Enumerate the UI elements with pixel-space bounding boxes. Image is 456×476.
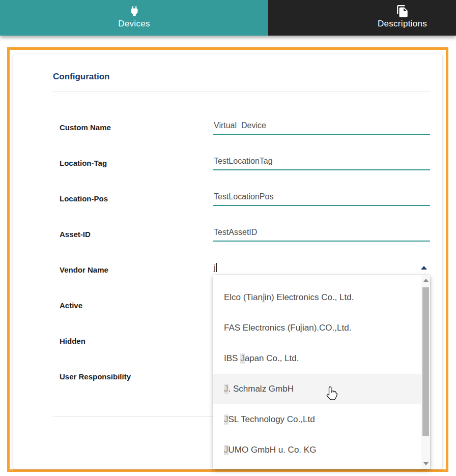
tab-descriptions[interactable]: Descriptions	[268, 0, 456, 36]
custom-name-label: Custom Name	[60, 123, 111, 132]
custom-name-input[interactable]: Virtual Device	[213, 113, 430, 135]
asset-id-value: TestAssetID	[214, 228, 257, 237]
active-label: Active	[60, 301, 82, 310]
asset-id-input[interactable]: TestAssetID	[213, 220, 430, 242]
vendor-name-input[interactable]: j	[213, 256, 430, 277]
form-row-asset-id: Asset-ID TestAssetID	[60, 216, 430, 252]
app-window: Devices Descriptions Configuration Custo…	[0, 0, 456, 476]
scroll-up-button[interactable]	[421, 275, 430, 285]
custom-name-value: Virtual Device	[214, 121, 266, 130]
copy-icon	[396, 5, 409, 18]
form-row-location-pos: Location-Pos TestLocationPos	[60, 181, 430, 216]
location-tag-value: TestLocationTag	[214, 157, 273, 166]
form-row-location-tag: Location-Tag TestLocationTag	[60, 145, 430, 181]
location-pos-input[interactable]: TestLocationPos	[213, 185, 430, 206]
dropdown-scrollbar[interactable]	[421, 275, 430, 469]
dropdown-option[interactable]: IBS Japan Co., Ltd.	[213, 343, 421, 374]
dropdown-option[interactable]: JUMO GmbH u. Co. KG	[213, 435, 421, 465]
triangle-up-icon	[423, 279, 429, 282]
page-title: Configuration	[53, 72, 109, 82]
match-highlight: J	[224, 384, 229, 394]
dropdown-option-hovered[interactable]: J. Schmalz GmbH	[213, 374, 421, 404]
text-caret	[216, 263, 217, 272]
dropdown-option[interactable]: JSL Technology Co.,Ltd	[213, 404, 421, 435]
tab-devices[interactable]: Devices	[0, 0, 268, 36]
dropdown-option[interactable]: Elco (Tianjin) Electronics Co., Ltd.	[213, 282, 421, 313]
user-responsibility-label: User Responsibility	[60, 372, 131, 381]
hidden-label: Hidden	[60, 337, 86, 345]
match-highlight: J	[224, 414, 229, 425]
divider	[53, 92, 430, 92]
location-tag-input[interactable]: TestLocationTag	[213, 149, 430, 170]
tab-bar: Devices Descriptions	[0, 0, 456, 36]
match-highlight: J	[240, 353, 245, 364]
form-row-custom-name: Custom Name Virtual Device	[60, 109, 430, 145]
location-pos-label: Location-Pos	[60, 194, 108, 203]
vendor-name-value: j	[214, 263, 217, 273]
location-tag-label: Location-Tag	[60, 159, 107, 167]
tab-descriptions-label: Descriptions	[378, 19, 427, 29]
scrollbar-thumb[interactable]	[422, 287, 429, 436]
dropdown-option[interactable]: FAS Electronics (Fujian).CO.,Ltd.	[213, 313, 421, 343]
scroll-down-button[interactable]	[421, 459, 430, 469]
vendor-dropdown-panel: Elco (Tianjin) Electronics Co., Ltd. FAS…	[213, 275, 430, 469]
triangle-down-icon	[423, 462, 429, 465]
location-pos-value: TestLocationPos	[214, 192, 273, 201]
chevron-up-icon[interactable]	[421, 266, 427, 270]
tab-devices-label: Devices	[118, 19, 150, 29]
plug-icon	[128, 5, 141, 18]
asset-id-label: Asset-ID	[60, 230, 91, 239]
match-highlight: J	[224, 445, 229, 455]
vendor-name-label: Vendor Name	[60, 265, 108, 274]
